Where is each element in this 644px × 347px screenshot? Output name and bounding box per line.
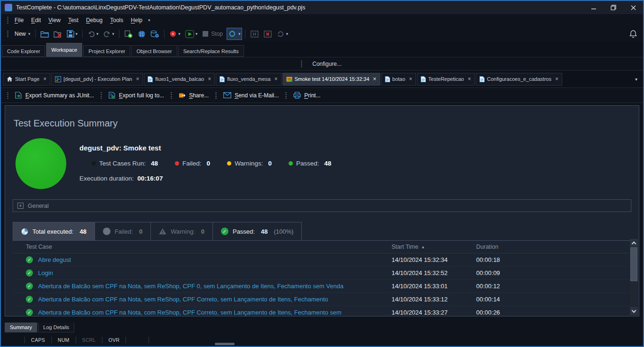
debug-mode-button[interactable]: ▾ [227, 28, 243, 40]
table-row[interactable]: ✓ Abertura de Balcão com CPF na Nota, se… [13, 293, 631, 306]
add-item-button[interactable] [122, 28, 134, 40]
test-case-link[interactable]: Abertura de Balcão com CPF na Nota, com … [38, 309, 341, 316]
tab-search-replace-results[interactable]: Search/Replace Results [178, 45, 244, 57]
tab-project-explorer[interactable]: Project Explorer [83, 45, 130, 57]
failed-dot-icon [175, 161, 179, 166]
chevron-down-icon[interactable]: ▾ [112, 32, 115, 36]
menu-item-help[interactable]: Help [127, 15, 146, 25]
horizontal-scrollbar-thumb[interactable] [215, 343, 235, 345]
close-tab-icon[interactable]: × [373, 76, 377, 82]
restore-button[interactable] [604, 1, 623, 14]
stop-button[interactable]: Stop [200, 28, 226, 40]
tab-list-dropdown-icon[interactable]: ▾ [635, 77, 637, 82]
doc-tab-fluxo1-venda-balcao[interactable]: fluxo1_venda_balcao × [144, 73, 215, 86]
minimize-button[interactable] [584, 1, 604, 14]
doc-tab-testerepeticao[interactable]: TesteRepeticao × [417, 73, 475, 86]
print-button[interactable]: Print... [290, 90, 324, 101]
menu-item-file[interactable]: File [11, 15, 27, 25]
export-full-log-button[interactable]: Export full log to... [105, 90, 167, 101]
menu-item-edit[interactable]: Edit [27, 15, 45, 25]
scrollbar-track[interactable] [630, 282, 638, 307]
checkpoint-button[interactable] [135, 28, 148, 40]
close-tab-icon[interactable]: × [409, 76, 412, 82]
run-test-button[interactable]: ▾ [183, 28, 200, 40]
configure-bar-grip[interactable] [300, 60, 303, 68]
new-button[interactable]: New ▾ [12, 28, 32, 40]
notifications-button[interactable] [627, 28, 639, 40]
record-test-button[interactable]: ▾ [167, 28, 182, 40]
close-tab-icon[interactable]: × [43, 76, 47, 82]
general-section-header[interactable]: General [13, 199, 631, 212]
menu-item-tools[interactable]: Tools [106, 15, 127, 25]
filter-value: 0 [139, 228, 142, 235]
test-case-link[interactable]: Abertura de Balcão com CPF na Nota, sem … [38, 296, 328, 303]
open-file-button[interactable] [39, 28, 51, 40]
menubar-grip[interactable] [7, 16, 9, 24]
tab-log-details[interactable]: Log Details [38, 323, 74, 332]
tab-label: Summary [10, 324, 32, 330]
doc-tab-smoke-test-log[interactable]: Smoke test 14/10/2024 15:32:34 × [283, 73, 380, 86]
filter-warning[interactable]: Warning: 0 [150, 222, 212, 240]
table-row[interactable]: ✓ Abre degust 14/10/2024 15:32:34 00:00:… [13, 253, 631, 267]
chevron-down-icon[interactable]: ▾ [286, 32, 288, 36]
filter-failed[interactable]: Failed: 0 [94, 222, 150, 240]
save-button[interactable]: ▾ [65, 28, 80, 40]
close-window-button[interactable] [623, 1, 643, 14]
close-file-button[interactable] [52, 28, 64, 40]
filter-passed[interactable]: ✓ Passed: 48 (100%) [212, 222, 302, 240]
doc-tab-botao[interactable]: botao × [381, 73, 416, 86]
chevron-down-icon[interactable]: ▾ [238, 32, 241, 36]
menu-item-debug[interactable]: Debug [82, 15, 106, 25]
rerun-button[interactable]: ▾ [275, 28, 290, 40]
execution-plan-icon [55, 76, 61, 82]
terminate-button[interactable] [261, 28, 274, 40]
vertical-scrollbar[interactable] [630, 239, 638, 315]
tab-summary[interactable]: Summary [5, 323, 37, 332]
close-tab-icon[interactable]: × [468, 76, 471, 82]
export-junit-button[interactable]: Export Summary as JUnit... [12, 90, 97, 101]
table-row[interactable]: ✓ Abertura de Balcão com CPF na Nota, co… [13, 306, 631, 316]
close-tab-icon[interactable]: × [208, 76, 211, 82]
log-toolbar-grip[interactable] [7, 92, 9, 99]
toolbar-grip[interactable] [7, 30, 9, 38]
test-case-link[interactable]: Abre degust [38, 256, 71, 263]
doc-tab-fluxo-venda-mesa[interactable]: fluxo_venda_mesa × [216, 73, 281, 86]
tab-workspace[interactable]: Workspace [46, 43, 82, 57]
menu-item-test[interactable]: Test [64, 15, 82, 25]
share-button[interactable]: Share... [175, 90, 212, 101]
chevron-down-icon[interactable]: ▾ [196, 32, 198, 36]
close-tab-icon[interactable]: × [275, 76, 278, 82]
close-tab-icon[interactable]: × [555, 76, 558, 82]
pause-button[interactable] [248, 28, 260, 40]
redo-button[interactable]: ▾ [102, 28, 117, 40]
scrollbar-thumb[interactable] [630, 247, 637, 281]
doc-tab-start-page[interactable]: Start Page × [3, 73, 50, 86]
configure-button[interactable]: Configure... [308, 59, 345, 69]
send-email-button[interactable]: Send via E-Mail... [220, 90, 282, 101]
test-case-link[interactable]: Login [38, 269, 53, 276]
column-header-test-case[interactable]: Test Case [26, 244, 392, 250]
tab-code-explorer[interactable]: Code Explorer [2, 45, 45, 57]
data-generator-button[interactable] [149, 28, 161, 40]
column-header-duration[interactable]: Duration [476, 244, 631, 250]
test-case-link[interactable]: Abertura de Balcão sem CPF na Nota, sem … [38, 283, 344, 290]
expand-icon[interactable] [17, 203, 24, 209]
table-row[interactable]: ✓ Login 14/10/2024 15:32:52 00:00:09 [13, 267, 631, 280]
scroll-down-button[interactable] [630, 307, 638, 315]
close-tab-icon[interactable]: × [136, 76, 139, 82]
menu-overflow-icon[interactable]: ▾ [146, 18, 152, 23]
doc-tab-execution-plan[interactable]: [degust_pdv] - Execution Plan × [51, 73, 143, 86]
check-glyph: ✓ [27, 257, 31, 262]
column-header-start-time[interactable]: Start Time ▲ [392, 244, 476, 250]
tab-object-browser[interactable]: Object Browser [131, 45, 177, 57]
filter-total-executed[interactable]: Total executed: 48 [13, 222, 94, 240]
table-row[interactable]: ✓ Abertura de Balcão sem CPF na Nota, se… [13, 280, 631, 293]
chevron-down-icon[interactable]: ▾ [28, 32, 31, 36]
chevron-down-icon[interactable]: ▾ [178, 32, 181, 36]
doc-tab-configuracoes-e-cadastros[interactable]: Configuracoes_e_cadastros × [476, 73, 562, 86]
chevron-down-icon[interactable]: ▾ [76, 32, 78, 36]
chevron-down-icon[interactable]: ▾ [96, 32, 99, 36]
scroll-up-button[interactable] [630, 239, 638, 247]
menu-item-view[interactable]: View [45, 15, 64, 25]
undo-button[interactable]: ▾ [86, 28, 101, 40]
